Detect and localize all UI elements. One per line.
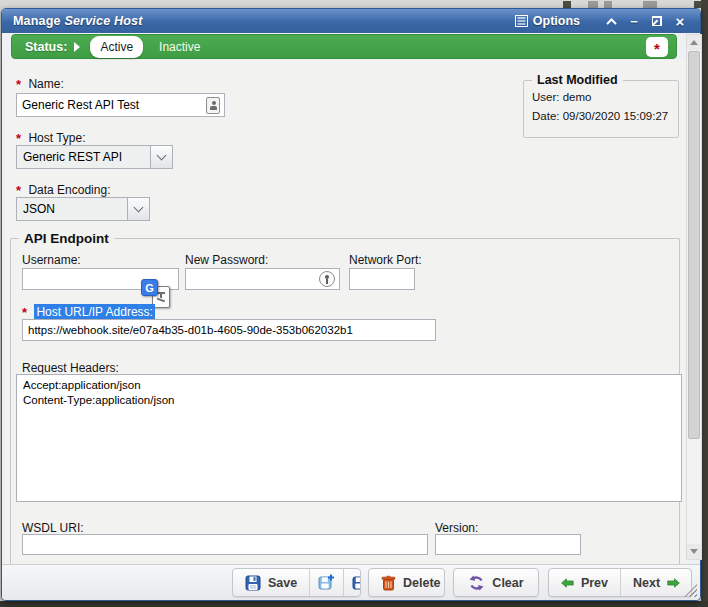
clear-button[interactable]: Clear [454, 569, 538, 596]
status-option-inactive[interactable]: Inactive [159, 40, 200, 54]
triangle-down-icon [690, 549, 698, 554]
prev-button[interactable]: Prev [549, 569, 620, 596]
manage-service-host-dialog: Manage Service Host Options − × [1, 8, 701, 601]
status-label: Status: [12, 40, 67, 54]
close-icon[interactable]: × [672, 13, 688, 29]
next-button[interactable]: Next [620, 569, 692, 596]
delete-button[interactable]: Delete [369, 569, 445, 596]
background-page-edge [0, 601, 708, 607]
save-and-close-button[interactable] [343, 569, 361, 596]
request-headers-label: Request Headers: [22, 361, 119, 375]
prev-button-label: Prev [581, 576, 608, 590]
trash-icon [381, 575, 396, 591]
minimize-icon[interactable]: − [626, 13, 642, 29]
status-required-badge: * [646, 37, 668, 57]
save-and-close-icon [352, 574, 361, 591]
required-asterisk-icon: * [22, 305, 27, 320]
host-url-input[interactable] [22, 319, 436, 341]
wsdl-uri-label: WSDL URI: [22, 521, 84, 535]
data-encoding-label: * Data Encoding: [16, 182, 110, 197]
required-asterisk-icon: * [16, 183, 21, 198]
collapse-icon[interactable] [603, 13, 619, 29]
chevron-down-icon [134, 202, 144, 212]
prev-next-button-group: Prev Next [548, 568, 692, 597]
host-url-label-highlight: Host URL/IP Address: [34, 304, 155, 320]
options-label: Options [533, 14, 580, 28]
save-button-group: Save [232, 568, 361, 597]
background-icon-fragment [643, 1, 657, 8]
popout-icon[interactable] [649, 13, 665, 29]
password-reveal-icon[interactable] [319, 271, 335, 287]
last-modified-date: Date: 09/30/2020 15:09:27 [532, 110, 668, 122]
new-password-input[interactable] [185, 268, 340, 290]
dialog-title-prefix: Manage [13, 14, 64, 28]
status-option-active[interactable]: Active [90, 36, 143, 58]
version-label: Version: [435, 521, 478, 535]
host-type-combobox[interactable]: Generic REST API [16, 145, 173, 169]
chevron-down-icon [157, 150, 167, 160]
save-and-new-icon [318, 574, 335, 591]
arrow-right-icon [667, 576, 680, 590]
api-endpoint-legend: API Endpoint [19, 231, 114, 246]
options-button[interactable]: Options [515, 14, 580, 28]
refresh-icon [468, 575, 485, 591]
wsdl-uri-input[interactable] [22, 534, 428, 555]
new-password-label: New Password: [185, 253, 268, 267]
request-headers-textarea[interactable]: Accept:application/json Content-Type:app… [16, 374, 682, 502]
dialog-title: Manage Service Host [2, 14, 143, 28]
background-icon-fragment [604, 1, 612, 8]
chevron-up-icon [606, 18, 617, 25]
bottom-toolbar: Save [2, 564, 700, 600]
clear-button-label: Clear [492, 576, 523, 590]
popout-glyph [652, 16, 662, 26]
background-page-edge [701, 0, 708, 607]
network-port-input[interactable] [349, 268, 415, 290]
scroll-up-button[interactable] [687, 35, 701, 50]
name-input[interactable] [16, 93, 225, 117]
options-list-icon [515, 15, 528, 27]
delete-button-label: Delete [403, 576, 441, 590]
data-encoding-dropdown-button[interactable] [127, 198, 149, 220]
dialog-titlebar[interactable]: Manage Service Host Options − × [2, 9, 700, 33]
version-input[interactable] [435, 534, 581, 555]
arrow-left-icon [561, 576, 574, 590]
host-type-value: Generic REST API [17, 146, 150, 168]
background-icon-fragment [563, 1, 571, 8]
clear-button-container: Clear [453, 568, 539, 597]
host-type-dropdown-button[interactable] [150, 146, 172, 168]
delete-button-container: Delete [368, 568, 445, 597]
form-content: * Name: Last Modified User: demo Date: 0… [5, 60, 685, 564]
save-button[interactable]: Save [233, 569, 309, 596]
background-icon-fragment [588, 1, 598, 8]
scroll-down-button[interactable] [687, 544, 701, 559]
host-url-label: * Host URL/IP Address: [22, 304, 155, 319]
save-and-new-button[interactable] [309, 569, 343, 596]
required-asterisk-icon: * [16, 77, 21, 92]
username-label: Username: [22, 253, 81, 267]
last-modified-fieldset: Last Modified User: demo Date: 09/30/202… [523, 80, 679, 138]
required-asterisk-icon: * [16, 131, 21, 146]
required-asterisk-icon: * [654, 44, 660, 54]
triangle-up-icon [690, 40, 698, 45]
translate-g-glyph: G [141, 279, 158, 296]
next-button-label: Next [633, 576, 660, 590]
save-button-label: Save [268, 576, 297, 590]
host-type-label: * Host Type: [16, 130, 86, 145]
autofill-icon[interactable] [206, 97, 220, 114]
dialog-title-emphasis: Service Host [64, 14, 142, 28]
name-label: * Name: [16, 76, 64, 91]
status-caret-icon [74, 42, 80, 52]
last-modified-legend: Last Modified [532, 73, 623, 87]
data-encoding-combobox[interactable]: JSON [16, 197, 150, 221]
network-port-label: Network Port: [349, 253, 422, 267]
vertical-scrollbar[interactable] [686, 34, 702, 560]
save-floppy-icon [245, 575, 261, 591]
last-modified-user: User: demo [532, 91, 591, 103]
scrollbar-thumb[interactable] [688, 51, 700, 439]
data-encoding-value: JSON [17, 198, 127, 220]
status-bar: Status: Active Inactive * [11, 34, 677, 59]
